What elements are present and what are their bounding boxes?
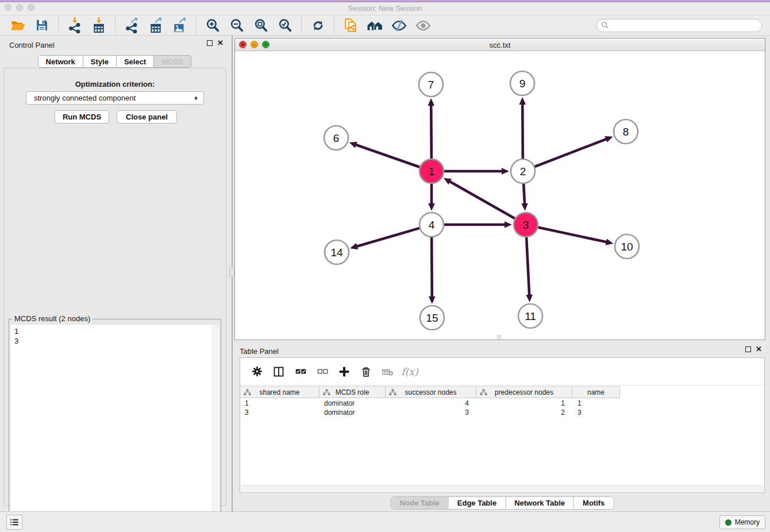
graph-node-6[interactable]: 6 (324, 126, 348, 150)
graph-node-14[interactable]: 14 (325, 240, 349, 264)
graph-node-9[interactable]: 9 (510, 71, 534, 95)
tab-mcds[interactable]: MCDS (154, 55, 191, 68)
graph-node-8[interactable]: 8 (614, 119, 638, 144)
table-cell: 3 (240, 408, 319, 417)
column-header-successor-nodes[interactable]: successor nodes (386, 387, 476, 398)
graph-node-11[interactable]: 11 (518, 304, 542, 328)
column-header-name[interactable]: name (572, 387, 620, 398)
close-panel-icon[interactable]: ✕ (217, 40, 224, 46)
search-box[interactable] (596, 19, 762, 32)
open-session-icon[interactable] (9, 16, 27, 34)
hierarchy-icon (244, 389, 251, 396)
graph-edge-4-15[interactable] (429, 237, 436, 304)
graph-node-2[interactable]: 2 (511, 159, 535, 183)
tab-select[interactable]: Select (117, 55, 154, 68)
mcds-result-textarea[interactable]: 13 (10, 325, 220, 532)
result-scrollbar[interactable] (212, 325, 220, 532)
table-panel-title: Table Panel (240, 347, 279, 356)
column-header-label: shared name (259, 388, 299, 396)
graph-node-1[interactable]: 1 (419, 159, 444, 183)
network-window-titlebar[interactable]: ✕ − + scc.txt (235, 38, 765, 51)
graph-edge-3-10[interactable] (538, 228, 614, 245)
float-table-panel-icon[interactable] (745, 346, 751, 352)
export-table-icon[interactable] (147, 16, 165, 34)
zoom-out-icon[interactable] (228, 16, 246, 34)
network-graph[interactable]: 7968124314101511 (235, 51, 765, 340)
column-header-label: name (587, 388, 605, 396)
table-row[interactable]: 1dominator411 (240, 399, 764, 408)
graph-node-10[interactable]: 10 (615, 234, 639, 259)
column-header-predecessor-nodes[interactable]: predecessor nodes (476, 387, 572, 398)
tab-network-table[interactable]: Network Table (505, 497, 573, 509)
graph-edge-1-2[interactable] (444, 168, 509, 175)
svg-text:14: 14 (330, 246, 343, 259)
delete-column-icon[interactable] (357, 363, 375, 380)
graph-edge-3-11[interactable] (526, 237, 533, 302)
zoom-in-icon[interactable] (203, 16, 222, 34)
table-row[interactable]: 3dominator323 (240, 408, 764, 417)
float-panel-icon[interactable] (207, 40, 213, 46)
refresh-icon[interactable] (309, 16, 327, 34)
criterion-value: strongly connected component (34, 94, 136, 102)
hide-selected-icon[interactable] (390, 16, 408, 34)
column-header-MCDS-role[interactable]: MCDS role (319, 387, 386, 398)
search-input[interactable] (611, 21, 761, 29)
tab-style[interactable]: Style (83, 55, 117, 68)
memory-button[interactable]: Memory (719, 515, 765, 529)
criterion-select[interactable]: strongly connected component (26, 91, 204, 105)
splitter-grip[interactable] (229, 267, 234, 277)
node-table-container: f(x) shared nameMCDS rolesuccessor nodes… (240, 357, 765, 493)
select-all-icon[interactable] (292, 363, 309, 380)
graph-edge-1-6[interactable] (349, 142, 420, 167)
svg-text:1: 1 (429, 165, 435, 178)
table-panel: Table Panel ✕ (234, 342, 770, 511)
function-builder-icon[interactable]: f(x) (401, 363, 418, 380)
add-column-icon[interactable] (336, 363, 353, 380)
tab-edge-table[interactable]: Edge Table (448, 497, 505, 509)
deselect-all-icon[interactable] (314, 363, 331, 380)
graph-edge-1-7[interactable] (428, 98, 434, 159)
export-network-icon[interactable] (122, 16, 141, 34)
tab-network[interactable]: Network (38, 55, 83, 68)
svg-text:8: 8 (623, 126, 629, 138)
svg-text:4: 4 (429, 219, 435, 231)
mcds-panel: Optimization criterion: strongly connect… (3, 68, 226, 506)
graph-node-4[interactable]: 4 (419, 213, 444, 237)
control-panel: Control Panel ✕ NetworkStyleSelectMCDS O… (0, 36, 229, 511)
home-icon[interactable] (365, 16, 384, 34)
task-history-button[interactable] (6, 515, 22, 530)
graph-node-3[interactable]: 3 (514, 213, 538, 237)
table-hscrollbar[interactable] (241, 485, 764, 492)
graph-edge-2-8[interactable] (535, 136, 613, 167)
table-cell: 3 (386, 408, 476, 417)
graph-edge-4-3[interactable] (444, 221, 512, 228)
show-all-icon[interactable] (414, 16, 432, 34)
graph-node-7[interactable]: 7 (419, 72, 443, 97)
network-resize-grip[interactable] (497, 335, 501, 339)
graph-edge-4-14[interactable] (350, 228, 419, 249)
export-image-icon[interactable] (171, 16, 189, 34)
column-header-shared-name[interactable]: shared name (240, 387, 319, 398)
close-panel-button[interactable]: Close panel (117, 110, 177, 124)
graph-node-15[interactable]: 15 (420, 306, 444, 330)
import-network-icon[interactable] (66, 16, 84, 34)
graph-edge-3-1[interactable] (444, 178, 515, 218)
column-layout-icon[interactable] (270, 363, 287, 380)
zoom-fit-icon[interactable] (252, 16, 270, 34)
graph-edge-2-3[interactable] (521, 184, 528, 211)
select-stepper-icon (193, 94, 199, 103)
graph-edge-2-9[interactable] (519, 97, 526, 159)
memory-label: Memory (735, 518, 760, 526)
table-settings-icon[interactable] (248, 363, 265, 380)
run-mcds-button[interactable]: Run MCDS (55, 110, 109, 124)
save-session-icon[interactable] (33, 16, 51, 34)
import-table-icon[interactable] (90, 16, 108, 34)
zoom-selected-icon[interactable] (276, 16, 294, 34)
close-table-panel-icon[interactable]: ✕ (756, 346, 762, 352)
graph-edge-1-4[interactable] (428, 184, 435, 211)
table-toolbar: f(x) (240, 358, 764, 385)
clone-network-icon[interactable] (341, 16, 360, 34)
tab-node-table[interactable]: Node Table (391, 497, 448, 509)
clear-table-icon[interactable] (379, 363, 396, 380)
tab-motifs[interactable]: Motifs (573, 497, 613, 509)
